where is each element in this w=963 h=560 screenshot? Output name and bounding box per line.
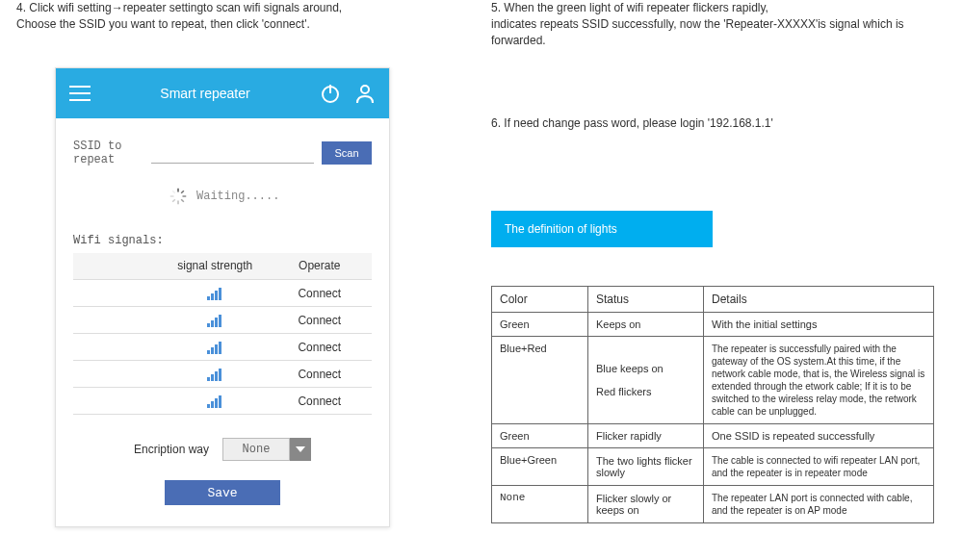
phone-mock: Smart repeater SSID to repeat Scan [55,67,390,528]
table-row: None Flicker slowly or keeps on The repe… [492,486,934,523]
svg-rect-9 [170,195,174,197]
connect-button[interactable]: Connect [268,334,373,361]
svg-rect-4 [181,190,185,193]
table-row: Green Flicker rapidly One SSID is repeat… [492,424,934,448]
svg-rect-3 [177,188,179,191]
connect-button[interactable]: Connect [268,361,373,388]
lights-h2: Status [588,287,704,313]
table-row: Green Keeps on With the initial settings [492,313,934,337]
wifi-signals-table: signal strength Operate Connect Connect … [73,253,372,416]
save-button[interactable]: Save [165,480,280,505]
svg-rect-6 [181,198,185,202]
lights-definition-title: The definition of lights [491,211,713,247]
step5-line2: indicates repeats SSID successfully, now… [491,16,953,49]
lights-h3: Details [704,287,934,313]
step5-text: 5. When the green light of wifi repeater… [491,0,953,48]
scan-button[interactable]: Scan [322,141,372,165]
loading-icon [169,188,187,205]
waiting-text: Waiting..... [196,190,279,203]
app-header: Smart repeater [56,68,389,118]
table-row: Connect [73,307,372,334]
col-ssid [73,253,163,280]
encryption-select[interactable]: None [222,438,311,461]
power-icon[interactable] [320,83,341,104]
step4-text: 4. Click wifi setting→repeater settingto… [16,0,421,33]
signal-icon [207,395,222,408]
ssid-label: SSID to repeat [73,140,143,166]
step4-line1: 4. Click wifi setting→repeater settingto… [16,0,421,16]
table-row: Connect [73,280,372,307]
step6-text: 6. If need change pass word, please logi… [491,115,953,132]
svg-rect-7 [177,200,179,204]
svg-rect-10 [172,190,176,193]
signal-icon [207,314,222,327]
table-row: Connect [73,361,372,388]
step4-line2: Choose the SSID you want to repeat, then… [16,16,421,33]
ssid-input[interactable] [151,142,314,164]
connect-button[interactable]: Connect [268,280,373,307]
wifi-signals-label: Wifi signals: [73,234,372,247]
svg-rect-8 [172,198,176,202]
signal-icon [207,368,222,381]
svg-rect-5 [183,195,187,197]
user-icon[interactable] [354,83,376,104]
lights-table: Color Status Details Green Keeps on With… [491,286,934,523]
chevron-down-icon[interactable] [290,438,311,461]
connect-button[interactable]: Connect [268,307,373,334]
lights-h1: Color [492,287,588,313]
svg-marker-11 [296,446,305,452]
encryption-label: Encription way [134,443,209,456]
menu-icon[interactable] [69,86,91,101]
connect-button[interactable]: Connect [268,388,373,415]
table-row: Blue+Green The two lights flicker slowly… [492,448,934,486]
encryption-value: None [222,438,290,461]
table-row: Connect [73,388,372,415]
app-title: Smart repeater [91,86,320,101]
table-row: Blue+Red Blue keeps on Red flickers The … [492,337,934,424]
signal-icon [207,287,222,300]
step5-line1: 5. When the green light of wifi repeater… [491,0,953,16]
signal-icon [207,341,222,354]
table-row: Connect [73,334,372,361]
col-strength: signal strength [163,253,268,280]
svg-point-2 [361,86,369,93]
col-operate: Operate [268,253,373,280]
